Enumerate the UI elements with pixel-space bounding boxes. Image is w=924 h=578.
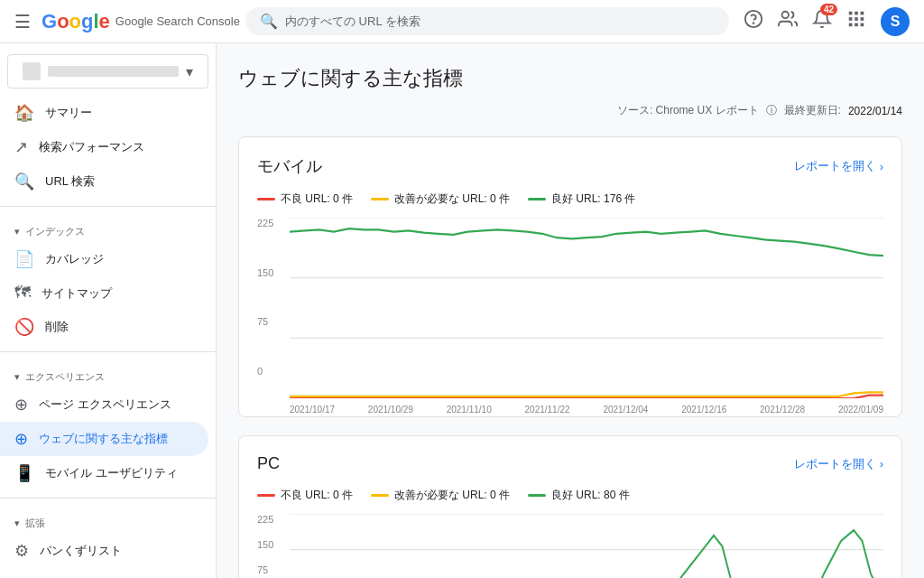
pc-warning-label: 改善が必要な URL: 0 件 bbox=[394, 488, 510, 503]
x-label-3: 2021/11/10 bbox=[447, 405, 492, 415]
mobile-card-header: モバイル レポートを開く › bbox=[257, 155, 883, 177]
svg-rect-7 bbox=[855, 17, 858, 21]
mobile-good-label: 良好 URL: 176 件 bbox=[551, 191, 635, 207]
search-placeholder[interactable]: 内のすべての URL を検索 bbox=[285, 14, 715, 30]
section-index-label: インデックス bbox=[25, 225, 85, 238]
home-icon: 🏠 bbox=[14, 103, 34, 123]
svg-rect-6 bbox=[849, 17, 853, 21]
sidebar-item-summary[interactable]: 🏠 サマリー bbox=[0, 96, 208, 130]
help-icon[interactable] bbox=[744, 9, 763, 33]
sidebar-item-summary-label: サマリー bbox=[45, 105, 92, 121]
help-circle-icon[interactable]: ⓘ bbox=[766, 103, 777, 118]
pc-warning-indicator bbox=[371, 494, 389, 497]
pc-bad-label: 不良 URL: 0 件 bbox=[281, 488, 353, 503]
pc-y-label-150: 150 bbox=[257, 539, 282, 550]
mobile-bad-label: 不良 URL: 0 件 bbox=[281, 191, 353, 207]
menu-icon[interactable]: ☰ bbox=[14, 11, 31, 33]
svg-point-2 bbox=[782, 12, 789, 18]
sidebar-item-removals[interactable]: 🚫 削除 bbox=[0, 310, 208, 344]
sidebar-item-coverage[interactable]: 📄 カバレッジ bbox=[0, 242, 208, 276]
site-selector[interactable]: ▾ bbox=[7, 54, 208, 89]
mobile-icon: 📱 bbox=[14, 463, 34, 483]
account-management-icon[interactable] bbox=[778, 9, 798, 33]
svg-rect-11 bbox=[861, 23, 864, 27]
sidebar-item-page-experience[interactable]: ⊕ ページ エクスペリエンス bbox=[0, 387, 208, 422]
search-icon: 🔍 bbox=[260, 13, 278, 30]
svg-rect-8 bbox=[861, 17, 864, 21]
pc-chart: 225 150 75 0 bbox=[257, 514, 883, 578]
y-label-0: 0 bbox=[257, 366, 282, 377]
sidebar-item-url-inspection-label: URL 検索 bbox=[45, 173, 95, 190]
x-label-7: 2021/12/28 bbox=[760, 405, 805, 415]
pc-good-line bbox=[290, 530, 883, 578]
section-experience: ▾ エクスペリエンス bbox=[0, 359, 216, 387]
bad-line-indicator bbox=[257, 198, 275, 200]
header-left: ☰ Google Google Search Console bbox=[14, 10, 231, 33]
sidebar-item-coverage-label: カバレッジ bbox=[45, 251, 104, 267]
sidebar-item-sitelinks[interactable]: ⚙ サイトリンク検索ボックス bbox=[0, 568, 208, 578]
pc-card-title: PC bbox=[257, 454, 280, 473]
section-enhancements-arrow-icon: ▾ bbox=[14, 517, 20, 529]
pc-legend-good: 良好 URL: 80 件 bbox=[528, 488, 630, 503]
breadcrumbs-icon: ⚙ bbox=[14, 541, 29, 561]
sidebar-item-breadcrumbs-label: パンくずリスト bbox=[40, 543, 122, 559]
source-bar: ソース: Chrome UX レポート ⓘ 最終更新日: 2022/01/14 bbox=[238, 103, 902, 118]
logo-area: Google Google Search Console bbox=[42, 10, 240, 33]
x-label-2: 2021/10/29 bbox=[368, 405, 413, 415]
layout: ▾ 🏠 サマリー ↗ 検索パフォーマンス 🔍 URL 検索 ▾ インデックス 📄… bbox=[0, 43, 924, 578]
sidebar-item-removals-label: 削除 bbox=[45, 319, 69, 335]
mobile-chart: 225 150 75 0 bbox=[257, 218, 883, 398]
mobile-chart-svg bbox=[257, 218, 883, 398]
sidebar-item-page-experience-label: ページ エクスペリエンス bbox=[39, 396, 171, 413]
mobile-legend-bad: 不良 URL: 0 件 bbox=[257, 191, 353, 207]
pc-legend-warning: 改善が必要な URL: 0 件 bbox=[371, 488, 510, 503]
search-bar[interactable]: 🔍 内のすべての URL を検索 bbox=[245, 7, 729, 35]
sidebar: ▾ 🏠 サマリー ↗ 検索パフォーマンス 🔍 URL 検索 ▾ インデックス 📄… bbox=[0, 43, 217, 578]
pc-legend-bad: 不良 URL: 0 件 bbox=[257, 488, 353, 503]
notification-icon[interactable]: 42 bbox=[812, 9, 832, 33]
page-title: ウェブに関する主な指標 bbox=[238, 65, 902, 92]
search-area: 🔍 内のすべての URL を検索 bbox=[245, 7, 729, 35]
pc-y-label-75: 75 bbox=[257, 564, 282, 575]
main-content: ウェブに関する主な指標 ソース: Chrome UX レポート ⓘ 最終更新日:… bbox=[217, 43, 924, 578]
mobile-warning-line bbox=[290, 392, 883, 396]
section-enhancements: ▾ 拡張 bbox=[0, 506, 216, 534]
pc-y-label-225: 225 bbox=[257, 514, 282, 525]
mobile-legend-warning: 改善が必要な URL: 0 件 bbox=[371, 191, 510, 207]
pc-report-link[interactable]: レポートを開く › bbox=[794, 456, 883, 472]
x-label-4: 2021/11/22 bbox=[525, 405, 570, 415]
mobile-y-axis: 225 150 75 0 bbox=[257, 218, 286, 377]
pc-legend: 不良 URL: 0 件 改善が必要な URL: 0 件 良好 URL: 80 件 bbox=[257, 488, 883, 503]
pc-good-indicator bbox=[528, 494, 546, 497]
header-right: 42 S bbox=[744, 7, 910, 36]
section-index-arrow-icon: ▾ bbox=[14, 226, 20, 238]
sidebar-item-search-performance[interactable]: ↗ 検索パフォーマンス bbox=[0, 130, 208, 164]
y-label-150: 150 bbox=[257, 267, 282, 278]
svg-point-1 bbox=[753, 23, 754, 23]
mobile-report-link[interactable]: レポートを開く › bbox=[794, 158, 883, 174]
svg-rect-3 bbox=[849, 12, 853, 15]
section-experience-label: エクスペリエンス bbox=[25, 370, 105, 384]
sidebar-item-core-web-vitals[interactable]: ⊕ ウェブに関する主な指標 bbox=[0, 422, 208, 456]
site-icon bbox=[23, 62, 41, 80]
mobile-good-line bbox=[290, 228, 883, 256]
pc-card-header: PC レポートを開く › bbox=[257, 454, 883, 473]
site-name bbox=[48, 66, 179, 77]
mobile-x-axis: 2021/10/17 2021/10/29 2021/11/10 2021/11… bbox=[257, 405, 883, 415]
good-line-indicator bbox=[528, 198, 546, 200]
sidebar-item-url-inspection[interactable]: 🔍 URL 検索 bbox=[0, 164, 208, 199]
sidebar-item-breadcrumbs[interactable]: ⚙ パンくずリスト bbox=[0, 534, 208, 568]
mobile-report-chevron-icon: › bbox=[880, 160, 883, 173]
sitemap-icon: 🗺 bbox=[14, 284, 31, 303]
section-index: ▾ インデックス bbox=[0, 214, 216, 242]
trend-icon: ↗ bbox=[14, 137, 28, 157]
svg-rect-9 bbox=[849, 23, 853, 27]
apps-icon[interactable] bbox=[846, 9, 866, 33]
header: ☰ Google Google Search Console 🔍 内のすべての … bbox=[0, 0, 924, 43]
avatar[interactable]: S bbox=[881, 7, 910, 36]
mobile-card: モバイル レポートを開く › 不良 URL: 0 件 改善が必要な URL: 0… bbox=[238, 136, 902, 417]
sidebar-item-sitemap[interactable]: 🗺 サイトマップ bbox=[0, 276, 208, 310]
x-label-5: 2021/12/04 bbox=[603, 405, 648, 415]
sidebar-item-mobile-usability[interactable]: 📱 モバイル ユーザビリティ bbox=[0, 456, 208, 490]
x-label-1: 2021/10/17 bbox=[290, 405, 335, 415]
